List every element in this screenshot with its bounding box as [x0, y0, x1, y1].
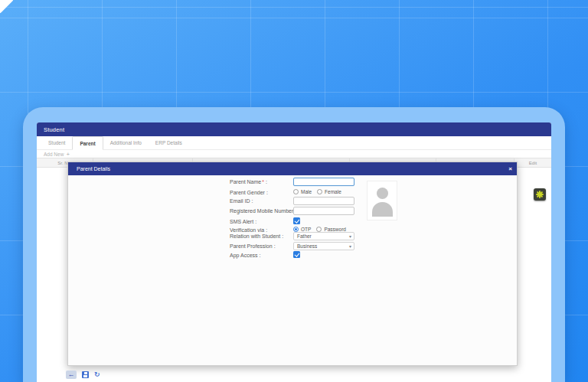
field-row-parent-name: Parent Name*: — [68, 178, 517, 188]
female-radio[interactable] — [317, 189, 322, 194]
profession-label: Parent Profession — [230, 243, 273, 249]
registered-mobile-input[interactable] — [293, 207, 354, 215]
save-icon[interactable] — [82, 371, 89, 378]
page-background: Student Student Parent Additional Info E… — [0, 0, 588, 382]
column-edit: Edit — [514, 158, 551, 167]
parent-photo-placeholder[interactable] — [367, 181, 397, 220]
window-title: Student — [44, 126, 64, 133]
app-access-label: App Access — [230, 253, 258, 258]
password-radio[interactable] — [316, 227, 322, 232]
field-row-registered-mobile: Registered Mobile Number For App*: — [68, 207, 517, 217]
male-radio[interactable] — [293, 189, 299, 194]
parent-name-input[interactable] — [293, 178, 354, 186]
tab-bar: Student Parent Additional Info ERP Detai… — [37, 136, 551, 150]
profession-select-value: Business — [297, 243, 317, 249]
add-new-label: Add New — [44, 152, 64, 157]
modal-header: Parent Details — [68, 162, 517, 175]
window-titlebar: Student — [37, 122, 551, 136]
otp-radio-label: OTP — [301, 227, 311, 232]
sms-alert-checkbox[interactable] — [293, 217, 300, 224]
email-label: Email ID — [230, 198, 250, 204]
otp-radio[interactable] — [293, 227, 299, 232]
app-window: Student Student Parent Additional Info E… — [37, 122, 551, 382]
back-arrow-icon: ← — [68, 371, 75, 378]
device-frame: Student Student Parent Additional Info E… — [23, 107, 565, 382]
tab-student[interactable]: Student — [41, 136, 72, 149]
parent-name-label: Parent Name — [230, 179, 261, 184]
plus-icon: + — [66, 151, 70, 158]
email-input[interactable] — [293, 197, 354, 205]
password-radio-label: Password — [324, 227, 346, 232]
parent-gender-label: Parent Gender — [230, 190, 265, 195]
floating-asterisk-badge[interactable] — [534, 188, 546, 201]
parent-details-modal: Parent Details × Parent Name*: Parent Ge… — [67, 162, 518, 366]
tab-erp-details[interactable]: ERP Details — [149, 136, 189, 149]
field-row-relation: Relation with Student: Father ▾ — [68, 232, 517, 242]
male-radio-label: Male — [301, 189, 312, 194]
refresh-icon[interactable]: ↻ — [94, 371, 100, 378]
field-row-email: Email ID: — [68, 197, 517, 207]
female-radio-label: Female — [325, 189, 341, 194]
relation-select[interactable]: Father ▾ — [293, 232, 354, 240]
profession-select[interactable]: Business ▾ — [293, 242, 354, 250]
back-button[interactable]: ← — [66, 371, 77, 379]
chevron-down-icon: ▾ — [349, 233, 351, 240]
relation-label: Relation with Student — [230, 233, 280, 239]
add-new-link[interactable]: Add New + — [44, 150, 70, 158]
tab-additional-info[interactable]: Additional Info — [103, 136, 149, 149]
sms-alert-label: SMS Alert — [230, 219, 253, 224]
app-access-checkbox[interactable] — [293, 251, 300, 258]
tab-parent[interactable]: Parent — [72, 136, 103, 150]
field-row-app-access: App Access: — [68, 251, 517, 261]
corner-decoration — [0, 0, 15, 15]
bottom-toolbar: ← ↻ — [66, 371, 100, 379]
chevron-down-icon: ▾ — [349, 243, 351, 250]
close-icon[interactable]: × — [508, 162, 512, 175]
relation-select-value: Father — [297, 233, 312, 239]
modal-title: Parent Details — [77, 166, 110, 171]
